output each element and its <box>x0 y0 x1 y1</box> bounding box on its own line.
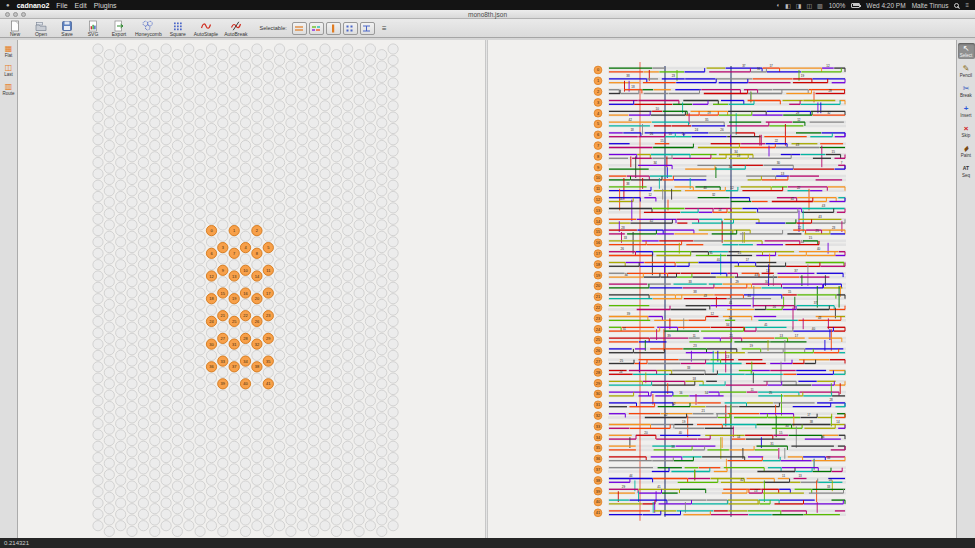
menubar-clock[interactable]: Wed 4:20 PM <box>866 2 905 9</box>
keyboard-icon[interactable]: ◐ <box>776 2 780 9</box>
toolbar-button-svg[interactable]: SVG <box>81 19 105 37</box>
filter-menu[interactable]: ≡ <box>377 22 392 35</box>
paint-filter[interactable] <box>326 22 341 35</box>
svg-text:26: 26 <box>621 247 625 251</box>
svg-text:18: 18 <box>630 128 634 132</box>
svg-text:22: 22 <box>797 186 801 190</box>
skip-icon: × <box>964 124 969 133</box>
slice-tool-flat[interactable]: ▦Flat <box>0 43 17 59</box>
break-icon: ✂ <box>963 84 970 93</box>
svg-text:25: 25 <box>620 359 624 363</box>
svg-text:36: 36 <box>209 364 214 369</box>
svg-text:24: 24 <box>596 327 601 332</box>
svg-text:41: 41 <box>657 485 661 489</box>
selectable-label: Selectable: <box>260 25 287 31</box>
toolbar-button-square[interactable]: Square <box>166 19 190 37</box>
svg-text:40: 40 <box>812 327 816 331</box>
select-icon: ↖ <box>963 44 970 53</box>
path-view-panel[interactable]: 0123456789101112131415161718192021222324… <box>488 40 956 538</box>
notification-center-icon[interactable]: ≡ <box>965 2 969 8</box>
svg-text:31: 31 <box>596 402 601 407</box>
svg-text:43: 43 <box>755 273 759 277</box>
route-icon: ▥ <box>5 82 13 91</box>
path-tool-skip[interactable]: ×Skip <box>958 123 975 139</box>
svg-text:23: 23 <box>596 316 601 321</box>
svg-text:40: 40 <box>596 499 601 504</box>
menubar-user[interactable]: Malte Tinnus <box>912 2 949 9</box>
svg-text:37: 37 <box>742 64 746 68</box>
svg-text:13: 13 <box>754 489 758 493</box>
svg-text:30: 30 <box>765 280 769 284</box>
svg-text:39: 39 <box>221 381 226 386</box>
svg-text:27: 27 <box>596 359 601 364</box>
svg-text:30: 30 <box>785 424 789 428</box>
autostaple-icon <box>200 20 212 32</box>
scaffold-filter[interactable] <box>292 22 307 35</box>
staple-filter[interactable] <box>309 22 324 35</box>
svg-text:32: 32 <box>712 193 716 197</box>
path-tool-label: Skip <box>962 133 971 138</box>
svg-text:41: 41 <box>791 197 795 201</box>
selectable-filters: ≡ <box>292 22 394 35</box>
svg-text:24: 24 <box>619 197 623 201</box>
slice-view-canvas[interactable]: 0123456789101112131415161718192021222324… <box>18 40 485 538</box>
toolbar-button-label: SVG <box>88 32 99 37</box>
path-tool-seq[interactable]: ATSeq <box>958 163 975 179</box>
apple-logo-icon[interactable]: ● <box>6 2 10 8</box>
wifi-icon[interactable]: ▥ <box>817 2 823 9</box>
toolbar-button-open[interactable]: Open <box>29 19 53 37</box>
svg-text:38: 38 <box>810 420 814 424</box>
svg-text:11: 11 <box>751 388 754 392</box>
main-toolbar: NewOpenSaveSVGExportHoneycombSquareAutoS… <box>0 19 975 38</box>
spotlight-search-icon[interactable] <box>954 3 959 8</box>
toolbar-button-honeycomb[interactable]: Honeycomb <box>133 19 164 37</box>
svg-text:14: 14 <box>836 420 840 424</box>
toolbar-button-export[interactable]: Export <box>107 19 131 37</box>
slice-tool-last[interactable]: ◫Last <box>0 62 17 78</box>
slice-tool-route[interactable]: ▥Route <box>0 81 17 97</box>
menu-edit[interactable]: Edit <box>75 2 87 9</box>
svg-text:42: 42 <box>629 118 633 122</box>
path-view-canvas[interactable]: 0123456789101112131415161718192021222324… <box>488 40 956 538</box>
svg-text:29: 29 <box>596 381 601 386</box>
endpoint-filter[interactable] <box>343 22 358 35</box>
svg-text:10: 10 <box>596 175 601 180</box>
path-tool-pencil[interactable]: ✎Pencil <box>958 63 975 79</box>
window-titlebar[interactable]: mono8th.json <box>0 10 975 19</box>
path-tool-paint[interactable]: ▰Paint <box>958 143 975 159</box>
toolbar-button-new[interactable]: New <box>3 19 27 37</box>
svg-text:12: 12 <box>209 274 214 279</box>
volume-icon[interactable]: ◨ <box>796 2 802 9</box>
svg-text:36: 36 <box>596 456 601 461</box>
svg-text:38: 38 <box>671 445 675 449</box>
display-icon[interactable]: ◧ <box>785 2 791 9</box>
svg-text:28: 28 <box>596 370 601 375</box>
svg-text:38: 38 <box>626 74 630 78</box>
app-menu-cadnano2[interactable]: cadnano2 <box>17 2 50 9</box>
toolbar-button-autostaple[interactable]: AutoStaple <box>192 19 220 37</box>
svg-text:15: 15 <box>682 132 686 136</box>
svg-text:39: 39 <box>596 489 601 494</box>
svg-text:32: 32 <box>827 111 831 115</box>
svg-text:32: 32 <box>255 342 260 347</box>
svg-text:42: 42 <box>740 478 744 482</box>
svg-text:14: 14 <box>596 219 601 224</box>
bluetooth-icon[interactable]: ◫ <box>806 2 812 9</box>
path-tool-break[interactable]: ✂Break <box>958 83 975 99</box>
toolbar-button-autobreak[interactable]: AutoBreak <box>222 19 249 37</box>
crossover-filter[interactable] <box>360 22 375 35</box>
svg-text:34: 34 <box>726 323 730 327</box>
svg-text:40: 40 <box>679 431 683 435</box>
toolbar-button-save[interactable]: Save <box>55 19 79 37</box>
path-tool-select[interactable]: ↖Select <box>958 43 975 59</box>
autobreak-icon <box>230 20 242 32</box>
main-area: ▦Flat◫Last▥Route 01234567891011121314151… <box>0 40 975 538</box>
path-tool-insert[interactable]: +Insert <box>958 103 975 119</box>
svg-text:30: 30 <box>596 391 601 396</box>
menu-file[interactable]: File <box>56 2 67 9</box>
menu-plugins[interactable]: Plugins <box>94 2 117 9</box>
svg-text:33: 33 <box>624 236 628 240</box>
slice-view-panel[interactable]: 0123456789101112131415161718192021222324… <box>18 40 485 538</box>
path-tool-label: Break <box>960 93 972 98</box>
svg-text:43: 43 <box>704 294 708 298</box>
